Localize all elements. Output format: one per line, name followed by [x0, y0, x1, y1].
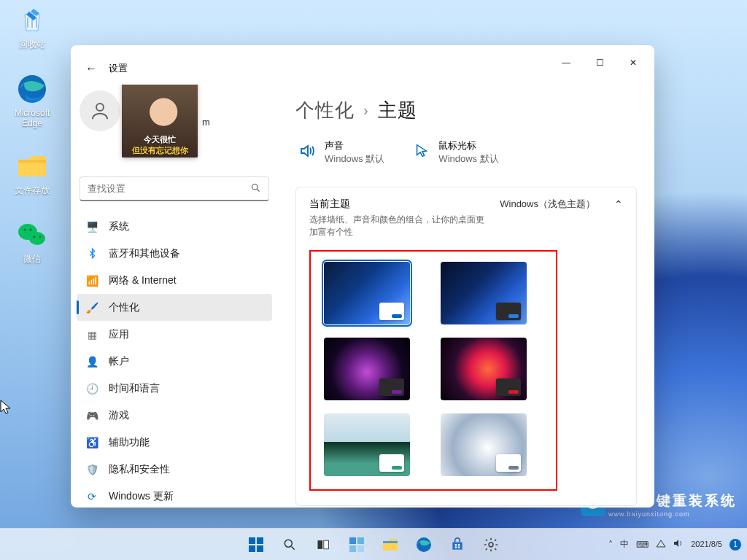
theme-option[interactable]	[324, 338, 410, 400]
quick-sound[interactable]: 声音 Windows 默认	[298, 139, 384, 165]
desktop-icon-folder[interactable]: 文件存放	[4, 150, 60, 195]
svg-rect-19	[357, 545, 364, 552]
taskbar-settings-icon[interactable]	[477, 531, 505, 559]
breadcrumb: 个性化 › 主题	[295, 98, 637, 123]
nav-item-icon: 👤	[85, 356, 98, 368]
theme-option[interactable]	[441, 338, 527, 400]
nav-item-label: 蓝牙和其他设备	[109, 247, 180, 260]
theme-option[interactable]	[324, 262, 410, 324]
sidebar-item[interactable]: 📶网络 & Internet	[77, 267, 272, 294]
taskbar: ˄ 中 ⌨ 2021/8/5 1	[0, 528, 747, 560]
sidebar-item[interactable]: ▦应用	[77, 321, 272, 348]
recycle-bin-icon	[16, 4, 48, 36]
minimize-button[interactable]: —	[549, 51, 583, 74]
nav-item-label: 辅助功能	[109, 436, 150, 449]
tray-chevron-icon[interactable]: ˄	[608, 540, 613, 550]
nav-item-label: Windows 更新	[109, 490, 174, 503]
nav-item-label: 时间和语言	[109, 382, 160, 395]
svg-point-4	[29, 228, 31, 230]
desktop-icon-recycle-bin[interactable]: 回收站	[4, 4, 60, 50]
maximize-button[interactable]: ☐	[583, 51, 616, 74]
svg-point-2	[29, 232, 45, 245]
svg-rect-17	[357, 537, 364, 544]
theme-grid	[309, 250, 557, 491]
sidebar-item[interactable]: 🕘时间和语言	[77, 375, 272, 402]
svg-rect-25	[458, 546, 460, 548]
taskbar-explorer-icon[interactable]	[376, 531, 404, 559]
desktop-icon-label: Microsoft	[4, 108, 60, 118]
quick-cursor[interactable]: 鼠标光标 Windows 默认	[414, 139, 498, 165]
theme-overlay-icon	[496, 378, 521, 396]
theme-option[interactable]	[441, 262, 527, 324]
breadcrumb-parent[interactable]: 个性化	[295, 98, 355, 123]
profile-photo-caption: 但没有忘记想你	[132, 145, 188, 156]
svg-point-7	[96, 104, 104, 111]
breadcrumb-current: 主题	[378, 98, 417, 123]
back-button[interactable]: ←	[81, 58, 101, 79]
desktop-icon-wechat[interactable]: 微信	[4, 219, 60, 264]
nav-item-label: 系统	[109, 220, 129, 233]
profile-block[interactable]: 今天很忙 但没有忘记想你 m	[74, 88, 275, 137]
svg-rect-24	[455, 546, 457, 548]
app-title: 设置	[109, 62, 128, 75]
folder-icon	[16, 150, 48, 182]
ime-indicator[interactable]: 中	[620, 538, 629, 551]
taskbar-search-icon[interactable]	[276, 531, 303, 559]
svg-rect-16	[349, 537, 356, 544]
current-theme-name: Windows（浅色主题）	[500, 198, 595, 211]
svg-rect-10	[257, 537, 263, 544]
network-icon[interactable]	[656, 539, 666, 550]
chevron-up-icon[interactable]: ⌃	[614, 198, 623, 210]
sidebar-item[interactable]: 🖌️个性化	[77, 294, 272, 321]
start-button[interactable]	[242, 531, 270, 559]
theme-option[interactable]	[441, 413, 527, 476]
taskbar-store-icon[interactable]	[444, 531, 471, 559]
theme-option[interactable]	[324, 413, 410, 476]
nav-item-icon: 🖥️	[85, 221, 98, 233]
system-tray[interactable]: ˄ 中 ⌨ 2021/8/5 1	[608, 538, 741, 551]
svg-point-8	[252, 184, 258, 190]
cursor-icon	[414, 143, 430, 162]
sidebar-item[interactable]: ⟳Windows 更新	[77, 483, 272, 508]
desktop-icon-edge[interactable]: Microsoft Edge	[4, 73, 60, 129]
quick-sound-title: 声音	[325, 139, 384, 152]
taskbar-edge-icon[interactable]	[410, 531, 438, 559]
widgets-icon[interactable]	[343, 531, 371, 559]
task-view-icon[interactable]	[309, 531, 337, 559]
svg-point-6	[39, 236, 42, 238]
search-box[interactable]	[80, 176, 269, 201]
nav-item-label: 个性化	[109, 301, 139, 314]
sidebar-item[interactable]: 🛡️隐私和安全性	[77, 456, 272, 483]
card-title: 当前主题	[309, 198, 484, 211]
sidebar-item[interactable]: 🖥️系统	[77, 213, 272, 240]
close-button[interactable]: ✕	[616, 51, 650, 74]
svg-rect-11	[249, 545, 255, 552]
volume-icon[interactable]	[673, 539, 684, 550]
sidebar-item[interactable]: ♿辅助功能	[77, 429, 272, 456]
sidebar-item[interactable]: 🎮游戏	[77, 402, 272, 429]
mouse-cursor-icon	[0, 400, 12, 418]
keyboard-icon[interactable]: ⌨	[636, 540, 649, 550]
nav-item-icon: 📶	[85, 275, 98, 287]
desktop-icon-label: Edge	[4, 118, 60, 128]
current-theme-card: 当前主题 选择墙纸、声音和颜色的组合，让你的桌面更加富有个性 Windows（浅…	[295, 187, 637, 506]
nav-item-icon: ♿	[85, 437, 98, 448]
theme-overlay-icon	[379, 454, 404, 472]
nav-item-label: 游戏	[109, 409, 129, 422]
avatar-placeholder-icon	[80, 90, 120, 131]
theme-overlay-icon	[379, 303, 404, 320]
nav-item-icon: 🕘	[85, 383, 98, 394]
titlebar: — ☐ ✕	[71, 45, 654, 80]
desktop-icon-label: 微信	[4, 254, 60, 264]
search-input[interactable]	[88, 183, 250, 194]
svg-rect-23	[458, 544, 460, 546]
sidebar-item[interactable]: 蓝牙和其他设备	[77, 240, 272, 267]
svg-point-26	[489, 542, 493, 547]
edge-icon	[16, 73, 48, 105]
tray-datetime[interactable]: 2021/8/5	[691, 540, 722, 548]
svg-rect-22	[455, 544, 457, 546]
sidebar-item[interactable]: 👤帐户	[77, 348, 272, 375]
notifications-badge[interactable]: 1	[729, 539, 741, 551]
theme-overlay-icon	[379, 378, 404, 396]
card-subtitle: 选择墙纸、声音和颜色的组合，让你的桌面更加富有个性	[309, 214, 484, 238]
